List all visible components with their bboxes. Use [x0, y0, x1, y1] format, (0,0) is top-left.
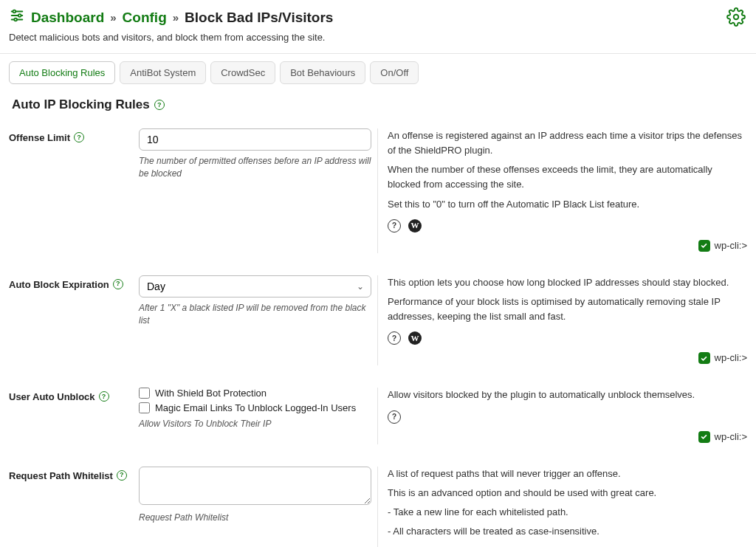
- vertical-divider: [377, 467, 382, 547]
- help-icon[interactable]: ?: [113, 279, 123, 289]
- label-auto-block-expiration: Auto Block Expiration ?: [9, 275, 134, 366]
- checkbox-magic-email[interactable]: Magic Email Links To Unblock Logged-In U…: [139, 402, 371, 413]
- wordpress-icon[interactable]: W: [408, 219, 422, 233]
- checkbox-label: Magic Email Links To Unblock Logged-In U…: [155, 402, 356, 413]
- offense-limit-input[interactable]: [139, 128, 371, 151]
- tab-on-off[interactable]: On/Off: [370, 61, 419, 84]
- help-icon[interactable]: ?: [388, 410, 401, 424]
- label-request-path-whitelist: Request Path Whitelist ?: [9, 467, 134, 547]
- panel-title: Auto IP Blocking Rules ?: [12, 97, 747, 112]
- desc-text: A list of request paths that will never …: [388, 467, 747, 481]
- breadcrumb: Dashboard » Config » Block Bad IPs/Visit…: [9, 7, 747, 27]
- checkbox-shield-bot[interactable]: With Shield Bot Protection: [139, 388, 371, 399]
- desc-text: This is an advanced option and should be…: [388, 486, 747, 500]
- label-text: Request Path Whitelist: [9, 470, 113, 481]
- breadcrumb-sep: »: [110, 11, 116, 24]
- help-text: After 1 "X" a black listed IP will be re…: [139, 302, 371, 327]
- gear-icon[interactable]: [726, 7, 746, 29]
- svg-point-3: [18, 14, 21, 17]
- desc-text: When the number of these offenses exceed…: [388, 162, 747, 192]
- row-request-path-whitelist: Request Path Whitelist ? Request Path Wh…: [9, 467, 747, 547]
- tab-auto-blocking-rules[interactable]: Auto Blocking Rules: [9, 61, 115, 84]
- help-text: The number of permitted offenses before …: [139, 155, 371, 180]
- row-offense-limit: Offense Limit ? The number of permitted …: [9, 128, 747, 253]
- desc-text: Performance of your block lists is optim…: [388, 295, 747, 324]
- desc-text: - Take a new line for each whitelisted p…: [388, 505, 747, 520]
- tab-antibot-system[interactable]: AntiBot System: [120, 61, 206, 84]
- auto-block-expiration-select[interactable]: Day: [139, 275, 371, 297]
- check-icon: [698, 240, 710, 252]
- checkbox-label: With Shield Bot Protection: [155, 388, 267, 399]
- sliders-icon: [9, 7, 25, 27]
- breadcrumb-current: Block Bad IPs/Visitors: [185, 10, 333, 26]
- desc-text: This option lets you choose how long blo…: [388, 275, 747, 290]
- divider: [0, 53, 756, 54]
- desc-text: - All characters will be treated as case…: [388, 524, 747, 539]
- vertical-divider: [377, 128, 382, 253]
- checkbox-input[interactable]: [139, 388, 150, 399]
- breadcrumb-config[interactable]: Config: [123, 10, 167, 26]
- desc-text: Set this to "0" to turn off the Automati…: [388, 197, 747, 212]
- help-icon[interactable]: ?: [154, 100, 165, 110]
- wp-cli-label[interactable]: wp-cli:>: [715, 430, 747, 444]
- help-icon[interactable]: ?: [99, 391, 109, 402]
- vertical-divider: [377, 388, 382, 444]
- panel-title-text: Auto IP Blocking Rules: [12, 97, 150, 112]
- wp-cli-label[interactable]: wp-cli:>: [715, 238, 747, 253]
- tab-crowdsec[interactable]: CrowdSec: [210, 61, 275, 84]
- row-auto-block-expiration: Auto Block Expiration ? Day ⌄ After 1 "X…: [9, 275, 747, 366]
- desc-text: - The paths are compared against only th…: [388, 543, 747, 547]
- tab-bot-behaviours[interactable]: Bot Behaviours: [280, 61, 365, 84]
- checkbox-input[interactable]: [139, 402, 150, 413]
- tabs: Auto Blocking Rules AntiBot System Crowd…: [9, 61, 747, 84]
- help-icon[interactable]: ?: [117, 470, 127, 481]
- label-text: Auto Block Expiration: [9, 279, 109, 290]
- breadcrumb-dashboard[interactable]: Dashboard: [31, 10, 104, 26]
- desc-text: An offense is registered against an IP a…: [388, 128, 747, 158]
- vertical-divider: [377, 275, 382, 366]
- svg-point-1: [13, 10, 16, 13]
- help-icon[interactable]: ?: [388, 331, 401, 345]
- help-text: Request Path Whitelist: [139, 512, 371, 524]
- help-icon[interactable]: ?: [74, 132, 84, 142]
- check-icon: [698, 431, 710, 443]
- wordpress-icon[interactable]: W: [408, 331, 422, 345]
- label-offense-limit: Offense Limit ?: [9, 128, 134, 253]
- svg-point-5: [14, 18, 17, 21]
- breadcrumb-sep: »: [173, 11, 179, 24]
- help-text: Allow Visitors To Unblock Their IP: [139, 418, 371, 430]
- help-icon[interactable]: ?: [388, 219, 401, 233]
- row-user-auto-unblock: User Auto Unblock ? With Shield Bot Prot…: [9, 388, 747, 444]
- label-text: User Auto Unblock: [9, 391, 95, 402]
- label-text: Offense Limit: [9, 132, 70, 143]
- label-user-auto-unblock: User Auto Unblock ?: [9, 388, 134, 444]
- wp-cli-label[interactable]: wp-cli:>: [715, 351, 747, 365]
- desc-text: Allow visitors blocked by the plugin to …: [388, 388, 747, 402]
- request-path-whitelist-textarea[interactable]: [139, 467, 371, 505]
- check-icon: [698, 352, 710, 364]
- page-subtitle: Detect malicious bots and visitors, and …: [9, 32, 747, 43]
- svg-point-6: [734, 15, 739, 20]
